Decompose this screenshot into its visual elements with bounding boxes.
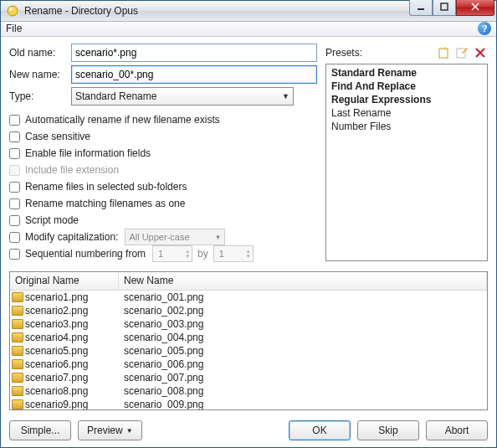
svg-rect-3 bbox=[441, 3, 448, 10]
new-name: scenario_005.png bbox=[119, 345, 487, 357]
menu-file[interactable]: File bbox=[6, 23, 22, 34]
table-row[interactable]: scenario9.pngscenario_009.png bbox=[10, 398, 487, 409]
new-name: scenario_004.png bbox=[119, 332, 487, 343]
simple-button[interactable]: Simple... bbox=[9, 420, 71, 440]
chk-auto-rename[interactable]: Automatically rename if new filename exi… bbox=[9, 112, 317, 127]
preset-item[interactable]: Regular Expressions bbox=[326, 93, 487, 106]
old-name-input[interactable] bbox=[71, 44, 317, 62]
orig-name: scenario6.png bbox=[25, 358, 88, 370]
chk-script-mode[interactable]: Script mode bbox=[9, 213, 317, 228]
new-name-label: New name: bbox=[9, 69, 66, 80]
chk-include-ext: Include file extension bbox=[9, 162, 317, 178]
orig-name: scenario3.png bbox=[25, 318, 88, 330]
file-icon bbox=[12, 359, 23, 369]
preview-button[interactable]: Preview▼ bbox=[78, 420, 142, 440]
preview-body[interactable]: scenario1.pngscenario_001.pngscenario2.p… bbox=[10, 291, 487, 409]
presets-label: Presets: bbox=[325, 47, 362, 59]
svg-point-0 bbox=[8, 6, 18, 16]
menubar: File ? bbox=[1, 22, 496, 37]
modify-cap-select: All Upper-case▼ bbox=[125, 229, 225, 245]
content-area: Old name: New name: Type: Standard Renam… bbox=[1, 37, 496, 447]
file-icon bbox=[12, 386, 23, 396]
rename-window: Rename - Directory Opus File ? Old name:… bbox=[0, 0, 497, 448]
file-icon bbox=[12, 292, 23, 302]
new-name: scenario_003.png bbox=[119, 318, 487, 330]
table-row[interactable]: scenario6.pngscenario_006.png bbox=[10, 358, 487, 371]
col-original[interactable]: Original Name bbox=[10, 272, 119, 290]
chk-rename-sub[interactable]: Rename files in selected sub-folders bbox=[9, 179, 317, 194]
table-row[interactable]: scenario2.pngscenario_002.png bbox=[10, 304, 487, 317]
minimize-button[interactable] bbox=[409, 0, 433, 16]
chevron-down-icon: ▼ bbox=[214, 234, 221, 241]
new-name: scenario_008.png bbox=[119, 385, 487, 397]
preset-edit-icon[interactable] bbox=[454, 45, 469, 60]
window-controls bbox=[409, 0, 494, 16]
preset-item[interactable]: Last Rename bbox=[326, 106, 487, 120]
chk-rename-matching[interactable]: Rename matching filenames as one bbox=[9, 196, 317, 211]
chk-modify-cap[interactable] bbox=[9, 232, 20, 243]
table-row[interactable]: scenario5.pngscenario_005.png bbox=[10, 344, 487, 358]
orig-name: scenario9.png bbox=[25, 399, 88, 409]
svg-point-1 bbox=[9, 8, 13, 11]
file-icon bbox=[12, 319, 23, 329]
table-row[interactable]: scenario8.pngscenario_008.png bbox=[10, 384, 487, 398]
new-name: scenario_006.png bbox=[119, 358, 487, 370]
chk-enable-info[interactable]: Enable file information fields bbox=[9, 146, 317, 161]
chk-case-sensitive[interactable]: Case sensitive bbox=[9, 129, 317, 144]
svg-rect-2 bbox=[418, 8, 424, 10]
preview-header: Original Name New Name bbox=[10, 272, 487, 291]
orig-name: scenario8.png bbox=[25, 385, 88, 397]
table-row[interactable]: scenario1.pngscenario_001.png bbox=[10, 291, 487, 304]
chk-seq-num[interactable] bbox=[9, 249, 20, 260]
skip-button[interactable]: Skip bbox=[357, 420, 419, 440]
type-select[interactable]: Standard Rename ▼ bbox=[71, 87, 294, 106]
presets-list[interactable]: Standard RenameFind And ReplaceRegular E… bbox=[325, 64, 488, 261]
file-icon bbox=[12, 373, 23, 383]
preset-new-icon[interactable] bbox=[436, 45, 451, 60]
svg-rect-7 bbox=[457, 49, 465, 58]
preset-delete-icon[interactable] bbox=[473, 45, 488, 60]
orig-name: scenario4.png bbox=[25, 332, 88, 343]
abort-button[interactable]: Abort bbox=[426, 420, 488, 440]
close-button[interactable] bbox=[456, 0, 494, 16]
svg-rect-6 bbox=[439, 49, 448, 58]
file-icon bbox=[12, 399, 23, 409]
new-name-input[interactable] bbox=[71, 65, 317, 84]
col-new[interactable]: New Name bbox=[119, 272, 487, 290]
preset-item[interactable]: Find And Replace bbox=[326, 80, 487, 93]
button-bar: Simple... Preview▼ OK Skip Abort bbox=[9, 420, 488, 440]
seq-by-label: by bbox=[197, 248, 208, 260]
table-row[interactable]: scenario7.pngscenario_007.png bbox=[10, 371, 487, 384]
old-name-label: Old name: bbox=[9, 47, 66, 59]
orig-name: scenario2.png bbox=[25, 305, 88, 317]
orig-name: scenario1.png bbox=[25, 291, 88, 303]
help-icon[interactable]: ? bbox=[478, 22, 491, 35]
app-icon bbox=[6, 4, 19, 18]
orig-name: scenario7.png bbox=[25, 372, 88, 384]
modify-cap-label: Modify capitalization: bbox=[25, 231, 118, 243]
maximize-button[interactable] bbox=[433, 0, 456, 16]
chevron-down-icon: ▼ bbox=[282, 92, 289, 100]
seq-start-spinner: 1▲▼ bbox=[152, 245, 192, 262]
file-icon bbox=[12, 332, 23, 342]
preset-item[interactable]: Standard Rename bbox=[326, 66, 487, 80]
chk-modify-cap-row: Modify capitalization: All Upper-case▼ bbox=[9, 229, 317, 245]
table-row[interactable]: scenario3.pngscenario_003.png bbox=[10, 317, 487, 331]
preset-item[interactable]: Number Files bbox=[326, 120, 487, 133]
preview-list: Original Name New Name scenario1.pngscen… bbox=[9, 271, 488, 410]
window-title: Rename - Directory Opus bbox=[24, 5, 409, 17]
chevron-down-icon: ▼ bbox=[126, 427, 133, 435]
new-name: scenario_007.png bbox=[119, 372, 487, 384]
seq-by-spinner: 1▲▼ bbox=[213, 245, 254, 262]
new-name: scenario_009.png bbox=[119, 399, 487, 409]
type-label: Type: bbox=[9, 90, 66, 102]
type-value: Standard Rename bbox=[75, 90, 156, 102]
new-name: scenario_001.png bbox=[119, 291, 487, 303]
ok-button[interactable]: OK bbox=[289, 420, 351, 440]
file-icon bbox=[12, 346, 23, 356]
titlebar: Rename - Directory Opus bbox=[1, 1, 496, 22]
orig-name: scenario5.png bbox=[25, 345, 88, 357]
new-name: scenario_002.png bbox=[119, 305, 487, 317]
presets-panel: Presets: Standard RenameFind And Replace… bbox=[325, 44, 488, 261]
table-row[interactable]: scenario4.pngscenario_004.png bbox=[10, 331, 487, 344]
